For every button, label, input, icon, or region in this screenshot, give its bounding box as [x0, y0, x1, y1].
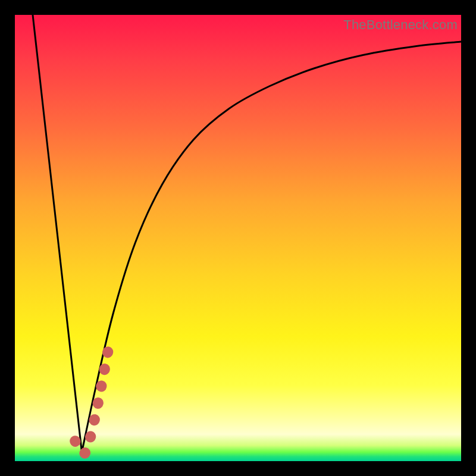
chart-lines	[15, 15, 461, 461]
chart-plot-area: TheBottleneck.com	[15, 15, 461, 461]
curve-right	[82, 42, 462, 452]
curve-left-slope	[33, 15, 82, 452]
chart-frame: TheBottleneck.com	[0, 0, 476, 476]
